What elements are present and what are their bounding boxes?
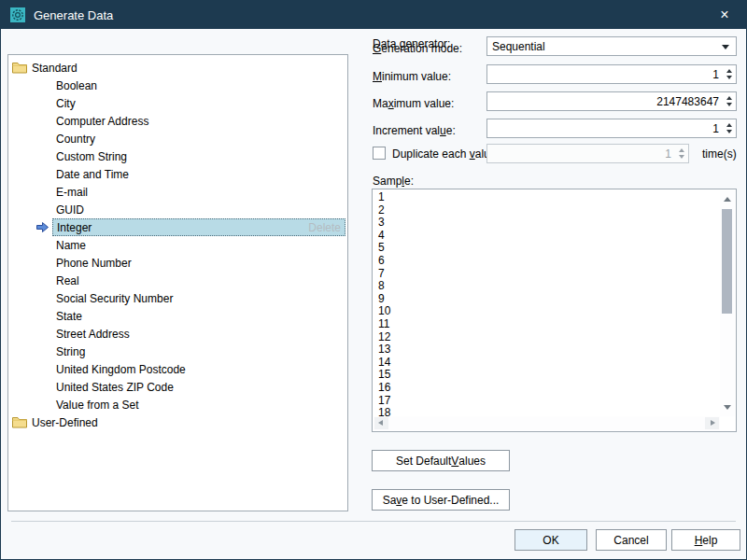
tree-item-label: GUID xyxy=(56,203,84,217)
minimum-value-label: Minimum value: xyxy=(373,70,451,83)
increment-value: 1 xyxy=(712,122,719,135)
tree-item-user-defined[interactable]: User-Defined xyxy=(8,413,347,431)
spin-up-icon[interactable] xyxy=(726,96,732,100)
tree-item-label: United States ZIP Code xyxy=(56,381,174,394)
duplicate-times-input: 1 xyxy=(486,144,689,163)
tree-item-label: String xyxy=(56,345,85,358)
scroll-right-icon[interactable] xyxy=(705,417,719,429)
tree-item-country[interactable]: Country xyxy=(8,130,347,147)
sample-label: Sample: xyxy=(373,175,414,188)
window-title: Generate Data xyxy=(34,8,113,22)
duplicate-times-value: 1 xyxy=(665,147,671,161)
tree-item-label: Country xyxy=(56,133,95,146)
vertical-scrollbar[interactable] xyxy=(720,190,735,416)
duplicate-each-value-checkbox[interactable] xyxy=(373,147,386,160)
titlebar[interactable]: Generate Data × xyxy=(1,1,746,29)
tree-item-label: Social Security Number xyxy=(56,292,173,305)
tree-item-label: E-mail xyxy=(56,186,88,199)
tree-item-label: Name xyxy=(56,239,86,252)
tree-item-real[interactable]: Real xyxy=(8,272,347,289)
tree-item-street-address[interactable]: Street Address xyxy=(8,325,347,343)
tree-item-label: Custom String xyxy=(56,150,127,163)
tree-item-name[interactable]: Name xyxy=(8,236,347,254)
tree-item-label: Date and Time xyxy=(56,168,129,181)
increment-value-input[interactable]: 1 xyxy=(486,119,737,138)
tree-item-standard[interactable]: Standard xyxy=(8,59,347,77)
tree-item-label: United Kingdom Postcode xyxy=(56,363,186,376)
folder-icon xyxy=(12,416,27,428)
tree-item-computer-address[interactable]: Computer Address xyxy=(8,112,347,130)
tree-item-phone-number[interactable]: Phone Number xyxy=(8,254,347,272)
tree-item-label: Real xyxy=(56,274,79,287)
tree-item-e-mail[interactable]: E-mail xyxy=(8,183,347,201)
selected-item-highlight[interactable]: IntegerDelete xyxy=(52,218,345,236)
spin-up-icon[interactable] xyxy=(726,69,732,73)
tree-item-label: Value from a Set xyxy=(56,399,139,412)
scroll-down-icon[interactable] xyxy=(724,405,731,410)
tree-item-label: Standard xyxy=(32,62,78,75)
vertical-scrollbar-thumb[interactable] xyxy=(722,209,732,314)
generate-data-dialog: Generate Data × Data generator: Standard… xyxy=(0,0,747,560)
sample-values: 1 2 3 4 5 6 7 8 9 10 11 12 13 14 15 16 1… xyxy=(378,191,390,432)
duplicate-each-value-label: Duplicate each value xyxy=(392,147,496,161)
tree-item-social-security-number[interactable]: Social Security Number xyxy=(8,289,347,307)
tree-item-label: Integer xyxy=(57,221,92,234)
generation-mode-value: Sequential xyxy=(492,40,545,53)
tree-item-guid[interactable]: GUID xyxy=(8,201,347,218)
maximum-value: 2147483647 xyxy=(656,95,719,108)
close-button[interactable]: × xyxy=(703,1,746,29)
maximum-value-stepper[interactable] xyxy=(726,92,732,110)
generation-mode-label: Generation mode: xyxy=(373,42,462,55)
generation-mode-select[interactable]: Sequential xyxy=(486,36,737,56)
generate-data-icon xyxy=(10,7,25,22)
increment-value-label: Increment value: xyxy=(373,124,456,137)
maximum-value-input[interactable]: 2147483647 xyxy=(486,91,737,111)
tree-item-city[interactable]: City xyxy=(8,94,347,112)
tree-item-string[interactable]: String xyxy=(8,343,347,360)
tree-item-united-kingdom-postcode[interactable]: United Kingdom Postcode xyxy=(8,360,347,378)
spin-down-icon[interactable] xyxy=(726,130,732,133)
cancel-button[interactable]: Cancel xyxy=(596,529,667,551)
tree-item-date-and-time[interactable]: Date and Time xyxy=(8,165,347,183)
tree-item-label: Boolean xyxy=(56,79,97,92)
tree-item-state[interactable]: State xyxy=(8,307,347,325)
sample-box[interactable]: 1 2 3 4 5 6 7 8 9 10 11 12 13 14 15 16 1… xyxy=(372,189,737,432)
spin-up-icon xyxy=(679,148,684,152)
help-button[interactable]: Help xyxy=(671,529,740,551)
scroll-left-icon[interactable] xyxy=(374,417,388,429)
folder-icon xyxy=(12,62,27,74)
minimum-value-stepper[interactable] xyxy=(726,65,732,83)
scroll-up-icon[interactable] xyxy=(724,197,731,202)
ok-button[interactable]: OK xyxy=(514,529,587,551)
tree-item-label: City xyxy=(56,97,76,110)
chevron-down-icon[interactable] xyxy=(722,45,729,49)
tree-item-custom-string[interactable]: Custom String xyxy=(8,147,347,165)
spin-up-icon[interactable] xyxy=(726,123,732,127)
set-default-values-button[interactable]: Set Default Values xyxy=(372,450,510,471)
tree-item-label: User-Defined xyxy=(32,416,98,429)
data-generator-tree[interactable]: StandardBooleanCityComputer AddressCount… xyxy=(7,54,348,511)
spin-down-icon[interactable] xyxy=(726,103,732,106)
horizontal-scrollbar[interactable] xyxy=(374,416,720,430)
tree-item-label: Computer Address xyxy=(56,115,148,128)
footer-separator xyxy=(11,521,736,522)
maximum-value-label: Maximum value: xyxy=(373,97,454,110)
spin-down-icon[interactable] xyxy=(726,76,732,79)
minimum-value: 1 xyxy=(712,68,719,81)
tree-item-value-from-a-set[interactable]: Value from a Set xyxy=(8,396,347,413)
tree-item-label: Street Address xyxy=(56,328,130,341)
tree-item-integer[interactable]: IntegerDelete xyxy=(8,218,347,236)
delete-link[interactable]: Delete xyxy=(308,221,341,234)
selected-item-arrow-icon xyxy=(35,220,49,234)
tree-item-label: Phone Number xyxy=(56,257,132,270)
minimum-value-input[interactable]: 1 xyxy=(486,64,737,84)
tree-item-boolean[interactable]: Boolean xyxy=(8,77,347,94)
increment-value-stepper[interactable] xyxy=(726,119,732,137)
spin-down-icon xyxy=(679,155,684,159)
save-to-user-defined-button[interactable]: Save to User-Defined... xyxy=(372,489,510,511)
tree-item-label: State xyxy=(56,310,82,323)
tree-item-united-states-zip-code[interactable]: United States ZIP Code xyxy=(8,378,347,396)
times-suffix-label: time(s) xyxy=(702,147,737,161)
duplicate-times-stepper xyxy=(679,145,684,162)
